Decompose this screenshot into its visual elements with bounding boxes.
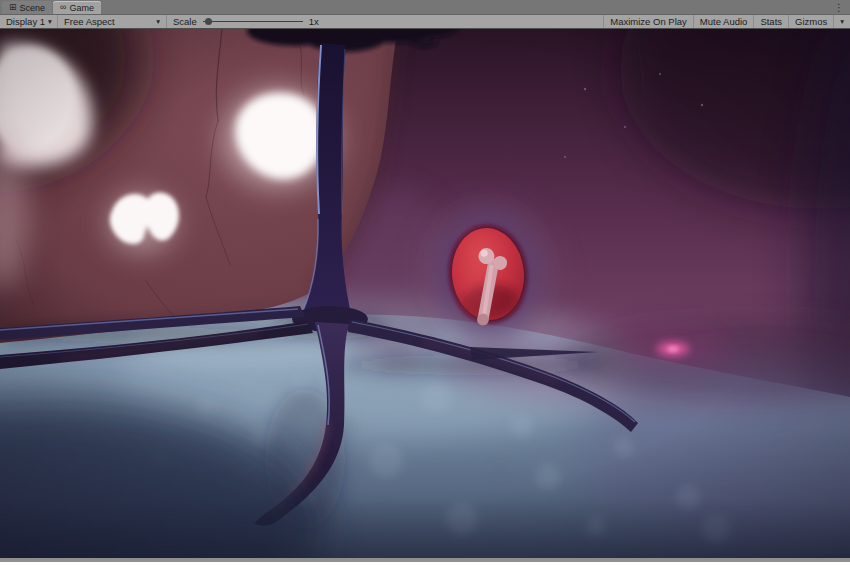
stats-button[interactable]: Stats (754, 15, 788, 28)
scale-slider-track[interactable] (203, 21, 303, 22)
tab-scene-label: Scene (20, 3, 46, 13)
scale-label: Scale (173, 16, 197, 27)
aspect-ratio-dropdown[interactable]: Free Aspect ▾ (58, 15, 166, 28)
gizmos-dropdown-arrow-icon[interactable]: ▾ (834, 15, 850, 28)
game-viewport[interactable] (0, 29, 850, 558)
grid-icon: ⊞ (9, 3, 17, 12)
unity-game-window: ⊞ Scene ∞ Game ⋮ Display 1 ▾ Free Aspect… (0, 0, 850, 565)
tab-game[interactable]: ∞ Game (53, 1, 101, 14)
tab-strip: ⊞ Scene ∞ Game ⋮ (0, 0, 850, 15)
game-render (0, 29, 850, 558)
mute-audio-button[interactable]: Mute Audio (694, 15, 754, 28)
display-dropdown-label: Display 1 (6, 16, 45, 27)
gamepad-icon: ∞ (60, 3, 66, 12)
gizmos-button[interactable]: Gizmos (789, 15, 833, 28)
chevron-down-icon: ▾ (156, 18, 160, 26)
scale-value: 1x (309, 16, 319, 27)
vignette (0, 29, 850, 558)
scale-slider[interactable] (203, 17, 303, 26)
tab-scene[interactable]: ⊞ Scene (2, 1, 52, 14)
maximize-on-play-button[interactable]: Maximize On Play (604, 15, 693, 28)
window-bottom-border (0, 558, 850, 562)
chevron-down-icon: ▾ (48, 18, 52, 26)
aspect-ratio-label: Free Aspect (64, 16, 115, 27)
scale-control: Scale 1x (167, 15, 325, 28)
scale-slider-thumb[interactable] (205, 18, 212, 25)
toolbar-spacer (325, 15, 603, 28)
game-view-toolbar: Display 1 ▾ Free Aspect ▾ Scale 1x Maxim… (0, 15, 850, 29)
tab-game-label: Game (70, 3, 95, 13)
display-dropdown[interactable]: Display 1 ▾ (0, 15, 57, 28)
window-menu-icon[interactable]: ⋮ (828, 0, 850, 14)
